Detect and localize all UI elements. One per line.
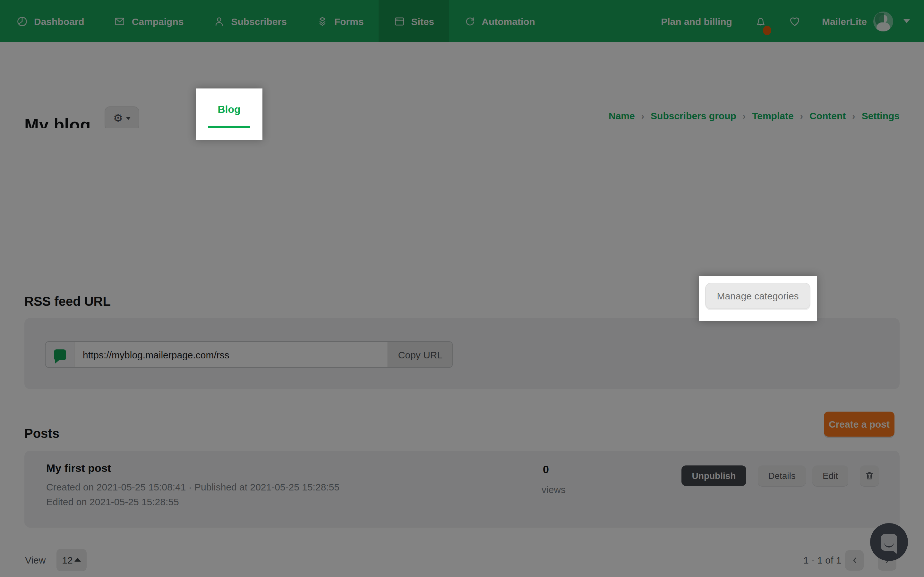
tab-blog[interactable]: Blog	[196, 104, 262, 115]
manage-categories-spotlight: Manage categories	[699, 276, 817, 321]
manage-categories-button[interactable]: Manage categories	[705, 283, 811, 309]
mailerlite-app: Dashboard Campaigns Subscribers Forms Si…	[0, 0, 924, 577]
blog-tab-spotlight: Blog	[196, 89, 262, 140]
active-tab-underline	[208, 126, 250, 128]
